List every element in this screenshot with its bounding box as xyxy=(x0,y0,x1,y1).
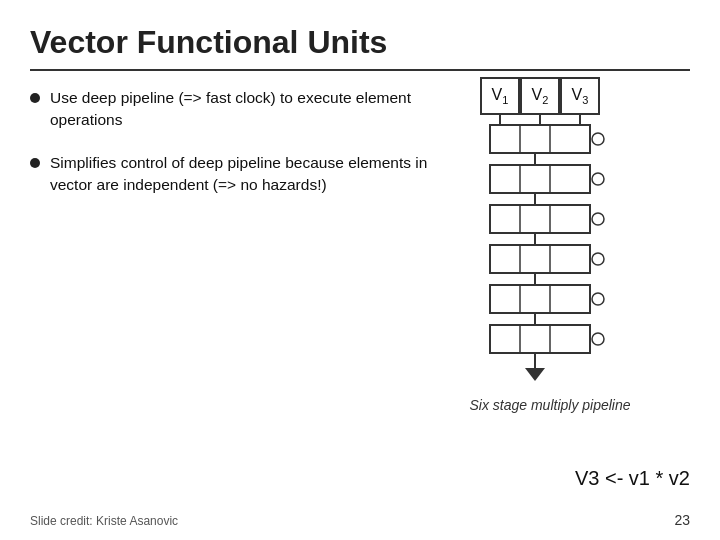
slide-number: 23 xyxy=(674,512,690,528)
bullet-list: Use deep pipeline (=> fast clock) to exe… xyxy=(30,87,470,413)
vector-box-v2: V2 xyxy=(520,77,560,115)
content-area: Use deep pipeline (=> fast clock) to exe… xyxy=(30,87,690,413)
pipeline-svg xyxy=(480,113,690,387)
svg-point-16 xyxy=(592,213,604,225)
bullet-item-2: Simplifies control of deep pipeline beca… xyxy=(30,152,450,197)
slide-title: Vector Functional Units xyxy=(30,24,690,71)
bullet-text-2: Simplifies control of deep pipeline beca… xyxy=(50,152,450,197)
svg-point-31 xyxy=(592,333,604,345)
bullet-item-1: Use deep pipeline (=> fast clock) to exe… xyxy=(30,87,450,132)
vector-inputs: V1 V2 V3 xyxy=(480,77,690,115)
svg-point-21 xyxy=(592,253,604,265)
svg-point-26 xyxy=(592,293,604,305)
svg-rect-18 xyxy=(490,245,590,273)
pipeline-diagram: V1 V2 V3 xyxy=(470,77,690,413)
bullet-dot-1 xyxy=(30,93,40,103)
vector-box-v1: V1 xyxy=(480,77,520,115)
formula: V3 <- v1 * v2 xyxy=(575,467,690,490)
svg-rect-3 xyxy=(490,125,590,153)
svg-rect-28 xyxy=(490,325,590,353)
slide: Vector Functional Units Use deep pipelin… xyxy=(0,0,720,540)
svg-point-6 xyxy=(592,133,604,145)
bullet-dot-2 xyxy=(30,158,40,168)
pipeline-stages-svg xyxy=(480,113,660,383)
svg-rect-23 xyxy=(490,285,590,313)
svg-point-11 xyxy=(592,173,604,185)
slide-credit: Slide credit: Kriste Asanovic xyxy=(30,514,178,528)
six-stage-label: Six stage multiply pipeline xyxy=(410,397,690,413)
vector-box-v3: V3 xyxy=(560,77,600,115)
svg-marker-33 xyxy=(525,368,545,381)
bullet-text-1: Use deep pipeline (=> fast clock) to exe… xyxy=(50,87,450,132)
svg-rect-13 xyxy=(490,205,590,233)
svg-rect-8 xyxy=(490,165,590,193)
